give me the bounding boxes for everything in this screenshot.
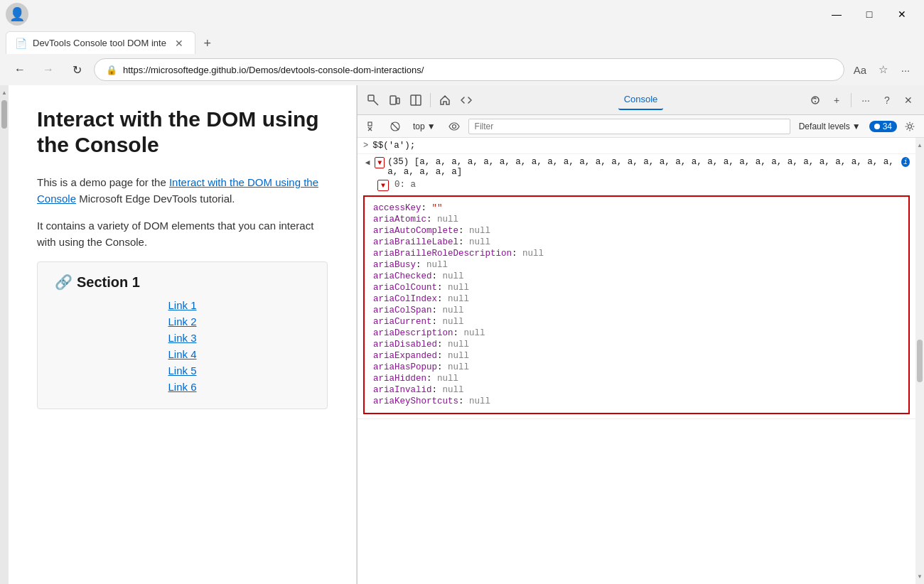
url-bar[interactable]: 🔒 https://microsoftedge.github.io/Demos/… — [94, 58, 844, 81]
toolbar-separator-1 — [430, 93, 431, 107]
scroll-up-arrow[interactable]: ▲ — [0, 88, 9, 97]
tab-close-button[interactable]: ✕ — [172, 36, 186, 50]
levels-arrow: ▼ — [852, 121, 861, 131]
maximize-button[interactable]: □ — [853, 3, 886, 26]
refresh-button[interactable]: ↻ — [65, 58, 88, 81]
inspect-element-button[interactable] — [363, 90, 383, 110]
val-ariaBrailleRoleDescription: null — [522, 249, 544, 259]
expand-array-button[interactable]: ▼ — [375, 157, 385, 168]
scroll-up-arrow-devtools[interactable]: ▲ — [915, 141, 924, 150]
browser-tab[interactable]: 📄 DevTools Console tool DOM inte ✕ — [6, 31, 195, 54]
property-ariaBrailleLabel: ariaBrailleLabel: null — [373, 237, 900, 248]
add-tool-button[interactable]: + — [827, 90, 847, 110]
colon-15: : — [437, 362, 448, 372]
badge-dot — [874, 124, 880, 129]
forward-button: → — [37, 58, 60, 81]
page-heading: Interact with the DOM using the Console — [37, 107, 328, 158]
link-4[interactable]: Link 4 — [55, 348, 310, 360]
colon-14: : — [437, 351, 448, 361]
svg-rect-8 — [368, 122, 372, 126]
panel-toggle-button[interactable] — [406, 90, 426, 110]
no-icon-button[interactable] — [386, 119, 404, 134]
source-code-button[interactable] — [456, 90, 476, 110]
paragraph-suffix: Microsoft Edge DevTools tutorial. — [76, 193, 235, 205]
favorites-button[interactable]: ☆ — [873, 60, 893, 80]
property-ariaDescription: ariaDescription: null — [373, 328, 900, 339]
devtools-close-button[interactable]: ✕ — [898, 90, 918, 110]
context-dropdown[interactable]: top ▼ — [409, 120, 440, 133]
key-accessKey: accessKey — [373, 203, 421, 213]
new-tab-button[interactable]: + — [197, 33, 218, 54]
svg-line-1 — [374, 101, 378, 105]
devtools-toolbar: Console + ··· ? ✕ — [358, 85, 924, 115]
colon-7: : — [432, 271, 443, 281]
property-ariaKeyShortcuts: ariaKeyShortcuts: null — [373, 396, 900, 407]
console-result: ◀ ▼ (35) [a, a, a, a, a, a, a, a, a, a, … — [358, 154, 915, 419]
profile-icon[interactable]: 👤 — [6, 3, 28, 26]
scroll-down-arrow-devtools[interactable]: ▼ — [915, 572, 924, 581]
link-1[interactable]: Link 1 — [55, 299, 310, 311]
object-properties-panel: accessKey: "" ariaAtomic: null ariaAutoC… — [363, 195, 910, 414]
more-tools-button[interactable]: ··· — [856, 90, 876, 110]
console-tab-button[interactable]: Console — [618, 90, 664, 110]
property-ariaColSpan: ariaColSpan: null — [373, 305, 900, 316]
property-ariaDisabled: ariaDisabled: null — [373, 339, 900, 350]
more-button[interactable]: ··· — [896, 60, 915, 80]
close-button[interactable]: ✕ — [886, 3, 918, 26]
dropdown-arrow: ▼ — [427, 121, 436, 131]
left-arrow-icon[interactable]: ◀ — [363, 157, 372, 167]
filter-input[interactable] — [468, 119, 790, 134]
debug-button[interactable] — [805, 90, 825, 110]
devtools-scrollbar[interactable]: ▲ ▼ — [915, 138, 924, 584]
webpage-content: Interact with the DOM using the Console … — [9, 85, 357, 584]
log-levels-dropdown[interactable]: Default levels ▼ — [795, 120, 865, 133]
scroll-thumb-devtools[interactable] — [917, 340, 923, 382]
val-ariaBrailleLabel: null — [469, 237, 490, 247]
link-2[interactable]: Link 2 — [55, 315, 310, 328]
info-icon: i — [901, 157, 910, 167]
console-settings-button[interactable] — [901, 118, 918, 135]
property-ariaChecked: ariaChecked: null — [373, 271, 900, 282]
key-ariaDescription: ariaDescription — [373, 328, 453, 338]
svg-point-14 — [908, 124, 912, 128]
item-0-label: 0: a — [394, 180, 416, 190]
property-ariaCurrent: ariaCurrent: null — [373, 316, 900, 328]
link-6[interactable]: Link 6 — [55, 381, 310, 393]
colon-1: : — [421, 203, 432, 213]
address-actions: Aa ☆ ··· — [850, 60, 915, 80]
key-ariaCurrent: ariaCurrent — [373, 317, 432, 327]
key-ariaBrailleLabel: ariaBrailleLabel — [373, 237, 458, 247]
device-emulation-button[interactable] — [385, 90, 404, 110]
console-input-line: > $$('a'); — [358, 138, 915, 154]
lock-icon: 🔒 — [106, 65, 117, 75]
key-ariaKeyShortcuts: ariaKeyShortcuts — [373, 396, 458, 406]
val-ariaHidden: null — [437, 374, 458, 384]
val-ariaColIndex: null — [448, 294, 469, 304]
back-button[interactable]: ← — [9, 58, 31, 81]
webpage-scrollbar[interactable]: ▲ — [0, 85, 9, 584]
key-ariaColIndex: ariaColIndex — [373, 294, 437, 304]
svg-line-12 — [392, 123, 399, 130]
property-ariaHasPopup: ariaHasPopup: null — [373, 362, 900, 373]
key-ariaInvalid: ariaInvalid — [373, 385, 432, 395]
read-aloud-button[interactable]: Aa — [850, 60, 870, 80]
link-5[interactable]: Link 5 — [55, 364, 310, 377]
link-3[interactable]: Link 3 — [55, 332, 310, 344]
eye-button[interactable] — [444, 119, 464, 134]
scroll-thumb[interactable] — [1, 100, 7, 129]
paragraph-1: This is a demo page for the Interact wit… — [37, 175, 328, 207]
console-command: $$('a'); — [372, 141, 415, 151]
minimize-button[interactable]: — — [820, 3, 853, 26]
clear-console-button[interactable] — [363, 119, 382, 134]
expand-item-button[interactable]: ▼ — [377, 180, 389, 191]
val-ariaAtomic: null — [437, 215, 458, 225]
key-ariaBusy: ariaBusy — [373, 260, 416, 270]
help-button[interactable]: ? — [877, 90, 897, 110]
messages-count: 34 — [883, 121, 892, 131]
section-title-text: Section 1 — [77, 274, 140, 291]
property-ariaColIndex: ariaColIndex: null — [373, 293, 900, 305]
key-ariaColSpan: ariaColSpan — [373, 305, 432, 315]
home-button[interactable] — [435, 90, 455, 110]
svg-rect-0 — [368, 95, 374, 101]
val-ariaColCount: null — [448, 283, 469, 293]
